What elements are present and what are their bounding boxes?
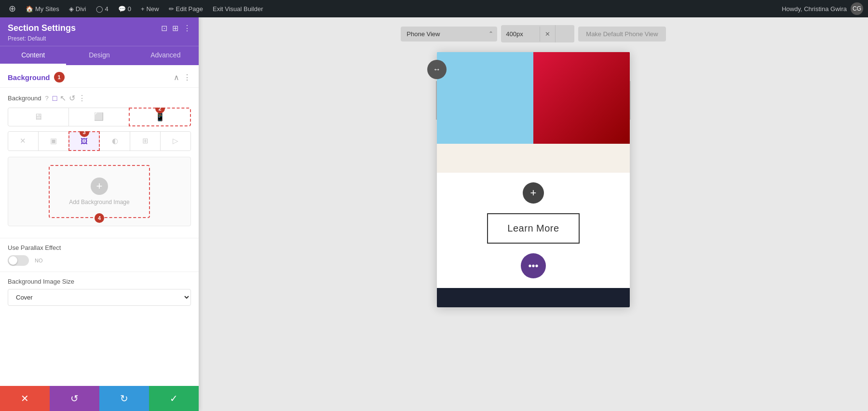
- panel-preset[interactable]: Preset: Default: [8, 35, 191, 42]
- learn-more-text: Learn More: [507, 223, 559, 233]
- my-sites-item[interactable]: 🏠 My Sites: [22, 0, 63, 17]
- comment-icon: 💬: [118, 5, 126, 13]
- divi-icon: ◈: [69, 5, 74, 13]
- bg-type-pattern[interactable]: ⊞: [130, 131, 161, 151]
- bg-type-gradient[interactable]: ◐: [100, 131, 130, 151]
- collapse-icon[interactable]: ∧: [174, 73, 179, 82]
- cursor-btn[interactable]: ↖: [60, 94, 66, 103]
- new-label: New: [147, 5, 159, 13]
- cancel-icon: ✕: [21, 393, 29, 404]
- panel-tabs: Content Design Advanced: [0, 46, 199, 65]
- section-header-right: ∧ ⋮: [174, 73, 191, 82]
- device-tabs-container: 🖥 ⬜ 📱 2: [8, 108, 191, 126]
- right-resize-line: [630, 81, 631, 120]
- dots-icon: •••: [528, 260, 538, 272]
- preview-hero-image: [437, 52, 630, 144]
- divi-label: Divi: [76, 5, 86, 13]
- redo-button[interactable]: ↻: [99, 386, 149, 411]
- panel-content: Background 1 ∧ ⋮ Background ? □ ↖ ↺: [0, 65, 199, 386]
- px-value-input[interactable]: [501, 27, 540, 41]
- wp-logo-icon: ⊕: [9, 3, 16, 14]
- preview-learn-more-btn[interactable]: Learn More: [487, 213, 579, 244]
- tab-content[interactable]: Content: [0, 46, 66, 65]
- bg-type-container: ✕ ▣ 🖼 3 ◐ ⊞ ▷: [8, 131, 191, 151]
- preview-purple-dots-btn[interactable]: •••: [521, 253, 546, 278]
- exit-builder-item[interactable]: Exit Visual Builder: [209, 0, 267, 17]
- background-section-title: Background 1: [8, 72, 65, 82]
- divi-item[interactable]: ◈ Divi: [65, 0, 90, 17]
- howdy-text: Howdy, Christina Gwira: [782, 5, 847, 13]
- bg-type-image[interactable]: 🖼 3: [68, 131, 100, 151]
- image-size-select[interactable]: Cover Contain Auto: [8, 289, 191, 306]
- px-input-group: ✕: [501, 25, 574, 42]
- expand-icon[interactable]: ⊡: [161, 24, 167, 33]
- section-more-icon[interactable]: ⋮: [183, 73, 191, 82]
- phone-preview-container: ↔ +: [199, 52, 868, 403]
- bg-settings: Background ? □ ↖ ↺ ⋮ 🖥 ⬜ 📱 2: [0, 88, 199, 238]
- device-tab-mobile[interactable]: 📱 2: [129, 108, 191, 126]
- drag-handle-icon[interactable]: ↔: [427, 60, 447, 79]
- reset-btn[interactable]: ↺: [69, 94, 75, 103]
- device-tab-desktop[interactable]: 🖥: [8, 108, 68, 126]
- panel-header-icons: ⊡ ⊞ ⋮: [161, 24, 191, 33]
- bg-label-row: Background ? □ ↖ ↺ ⋮: [8, 94, 191, 103]
- comments-item[interactable]: 💬 0: [114, 0, 135, 17]
- undo-button[interactable]: ↺: [50, 386, 99, 411]
- device-tab-tablet[interactable]: ⬜: [68, 108, 129, 126]
- px-clear-button[interactable]: ✕: [540, 27, 555, 41]
- left-panel: Section Settings ⊡ ⊞ ⋮ Preset: Default C…: [0, 17, 199, 411]
- image-size-setting: Background Image Size Cover Contain Auto: [0, 272, 199, 312]
- save-icon: ✓: [170, 393, 178, 404]
- comments-value: 0: [128, 5, 131, 13]
- image-bg-icon: 🖼: [81, 137, 88, 145]
- view-bar: Phone View Tablet View Desktop View ⌃ ✕ …: [401, 25, 665, 42]
- edit-page-item[interactable]: ✏ Edit Page: [165, 0, 207, 17]
- bg-image-area: + Add Background Image 4: [8, 157, 191, 226]
- px-spacer: [555, 25, 574, 42]
- canvas-area: Phone View Tablet View Desktop View ⌃ ✕ …: [199, 17, 868, 411]
- counter-value: 4: [105, 5, 108, 13]
- plus-icon: +: [141, 5, 145, 13]
- preview-add-button[interactable]: +: [523, 182, 544, 204]
- mobile-icon: 📱: [155, 113, 165, 121]
- badge-1: 1: [54, 72, 65, 82]
- panel-header: Section Settings ⊡ ⊞ ⋮ Preset: Default: [0, 17, 199, 46]
- link-device-btn[interactable]: □: [53, 94, 57, 103]
- preview-wrapper: ↔ +: [436, 52, 631, 307]
- wp-logo-item[interactable]: ⊕: [5, 0, 20, 17]
- make-default-btn[interactable]: Make Default Phone View: [578, 27, 665, 41]
- circle-icon: ◯: [96, 5, 103, 13]
- tab-design[interactable]: Design: [66, 46, 132, 65]
- counter-item[interactable]: ◯ 4: [92, 0, 112, 17]
- pencil-icon: ✏: [169, 5, 174, 13]
- view-select-wrapper: Phone View Tablet View Desktop View ⌃: [401, 27, 497, 41]
- parallax-setting: Use Parallax Effect NO: [0, 238, 199, 272]
- bg-type-none[interactable]: ✕: [8, 131, 38, 151]
- background-section-header: Background 1 ∧ ⋮: [0, 65, 199, 88]
- image-upload-zone[interactable]: + Add Background Image 4: [49, 165, 149, 218]
- background-label: Background: [8, 73, 50, 82]
- parallax-toggle-row: NO: [8, 255, 191, 266]
- save-button[interactable]: ✓: [149, 386, 199, 411]
- preview-cream-section: [437, 144, 630, 173]
- bg-type-color[interactable]: ▣: [38, 131, 68, 151]
- help-icon[interactable]: ?: [45, 95, 48, 102]
- preview-white-section: + Learn More •••: [437, 173, 630, 288]
- wp-bar-right: Howdy, Christina Gwira CG: [782, 2, 863, 15]
- bg-controls: □ ↖ ↺ ⋮: [53, 94, 86, 103]
- toggle-no-label: NO: [35, 258, 43, 263]
- add-image-btn[interactable]: +: [91, 178, 108, 195]
- view-select[interactable]: Phone View Tablet View Desktop View: [401, 27, 497, 41]
- tab-advanced[interactable]: Advanced: [133, 46, 199, 65]
- bg-label-text: Background: [8, 95, 41, 102]
- parallax-label: Use Parallax Effect: [8, 244, 191, 251]
- panel-title: Section Settings: [8, 23, 76, 33]
- preview-dark-bar: [437, 288, 630, 307]
- grid-icon[interactable]: ⊞: [172, 24, 178, 33]
- cancel-button[interactable]: ✕: [0, 386, 50, 411]
- bg-type-video[interactable]: ▷: [161, 131, 191, 151]
- parallax-toggle[interactable]: [8, 255, 29, 266]
- more-options-icon[interactable]: ⋮: [183, 24, 191, 33]
- bg-more-btn[interactable]: ⋮: [78, 94, 86, 103]
- new-item[interactable]: + New: [137, 0, 163, 17]
